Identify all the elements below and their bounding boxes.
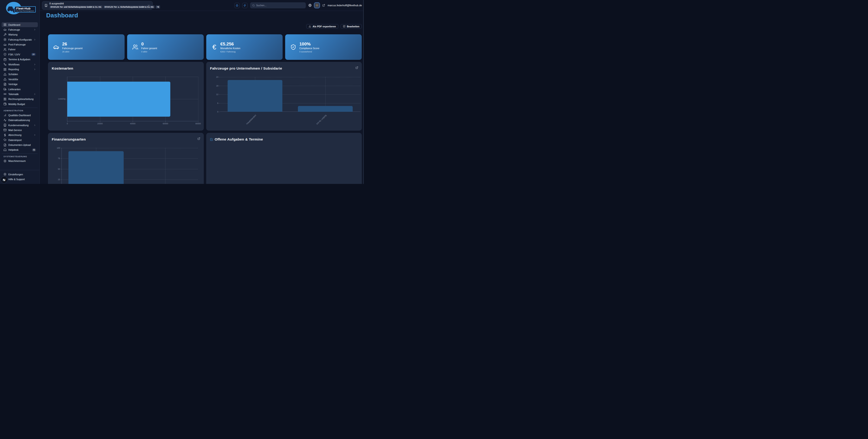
brand-name: Fleet-Hub xyxy=(16,7,34,10)
quick-actions-button[interactable] xyxy=(242,3,248,8)
search-input[interactable] xyxy=(256,4,304,7)
button-label: Als PDF exportieren xyxy=(313,25,336,28)
stats-row: 26Fahrzeuge gesamt26 aktiv0Fahrer gesamt… xyxy=(48,34,362,60)
als-pdf-exportieren-button[interactable]: Als PDF exportieren xyxy=(306,24,338,29)
sidebar-item-lieferanten[interactable]: Lieferanten xyxy=(2,87,38,92)
sidebar-item-vertr-ge[interactable]: Verträge xyxy=(2,82,38,87)
stat-sub: 26 aktiv xyxy=(62,51,83,53)
menu-divider xyxy=(2,107,38,108)
dollar-icon xyxy=(3,133,6,136)
fahrzeuge-pro-unternehmen-chart: 06121824HauptstandortKN NL Leipzig xyxy=(220,77,360,112)
theme-toggle-button[interactable] xyxy=(314,3,320,8)
sun-icon xyxy=(315,4,318,7)
external-link-icon xyxy=(355,66,358,69)
y-tick-label: 24 xyxy=(212,76,218,78)
menu-section-label-systemsteuerung: SYSTEMSTEUERUNG xyxy=(2,154,38,159)
sidebar-item-label: Maschinenraum xyxy=(8,160,36,162)
panel-kostenarten: Kostenarten 020000400006000080000Leasing xyxy=(48,62,204,131)
sidebar-item-fahrzeug-konfigurator[interactable]: Fahrzeug-Konfigurator xyxy=(2,37,38,42)
topbar: 8 ausgewählt EFAFLEX Tor- und Sicherheit… xyxy=(40,0,364,11)
bearbeiten-button[interactable]: Bearbeiten xyxy=(341,24,362,29)
bar-kn-nl-leipzig xyxy=(298,106,353,112)
sidebar-item-datenimport[interactable]: Datenimport xyxy=(2,137,38,143)
settings-icon xyxy=(3,160,6,163)
stat-card-compliance-score: 100%Compliance Score0 ausstehend xyxy=(285,34,362,60)
sidebar-item-abrechnung[interactable]: Abrechnung xyxy=(2,133,38,137)
sidebar-item-verst-e[interactable]: Verstöße xyxy=(2,77,38,82)
expand-button[interactable] xyxy=(197,137,200,140)
sidebar-item-label: Dokumenten-Upload xyxy=(8,144,36,146)
chevron-right-icon xyxy=(34,93,36,95)
sidebar-nav: DashboardFahrzeugeWartungFahrzeug-Konfig… xyxy=(0,21,39,170)
panel-title: Kostenarten xyxy=(52,66,73,70)
sidebar-item-fsk-uvv[interactable]: FSK / UVV77 xyxy=(2,52,38,57)
company-selector-body: 8 ausgewählt EFAFLEX Tor- und Sicherheit… xyxy=(50,2,146,8)
chevron-right-icon xyxy=(34,124,36,126)
sidebar-item-fahrer[interactable]: Fahrer xyxy=(2,47,38,52)
sidebar-item-workflows[interactable]: Workflows xyxy=(2,62,38,67)
menu-section-label-administration: ADMINISTRATION xyxy=(2,108,38,113)
sidebar-item-kundenverwaltung[interactable]: Kundenverwaltung xyxy=(2,123,38,128)
headset-icon xyxy=(3,149,6,151)
company-selector[interactable]: 8 ausgewählt EFAFLEX Tor- und Sicherheit… xyxy=(42,1,153,10)
bar-hauptstandort xyxy=(228,80,282,112)
sidebar-item-telematik[interactable]: Telematik xyxy=(2,92,38,96)
sidebar-item-rechnungsbearbeitung[interactable]: Rechnungsbearbeitung xyxy=(2,97,38,101)
shield-check-icon xyxy=(3,53,6,56)
y-tick-label: 100 xyxy=(54,147,60,149)
sidebar-item-label: Hilfe & Support xyxy=(8,178,36,181)
panel-fahrzeuge-pro-unternehmen: Fahrzeuge pro Unternehmen / Subsidarie 0… xyxy=(206,62,362,131)
sidebar-item-helpdesk[interactable]: Helpdesk5 xyxy=(2,148,38,152)
stat-label: Monatliche Kosten xyxy=(220,47,240,50)
sidebar-item-wartung[interactable]: Wartung xyxy=(2,32,38,37)
avatar-letter: N xyxy=(3,178,5,182)
cloud-upload-icon xyxy=(3,138,6,142)
page-title: Dashboard xyxy=(46,12,78,19)
file-text-icon xyxy=(3,83,6,86)
sidebar-item-label: Datenaktualisierung xyxy=(8,119,36,122)
assistant-button[interactable] xyxy=(234,3,240,8)
chevron-right-icon xyxy=(34,68,36,70)
search-box[interactable] xyxy=(250,2,306,8)
sidebar-item-fahrzeuge[interactable]: Fahrzeuge xyxy=(2,27,38,32)
sidebar-item-dokumenten-upload[interactable]: Dokumenten-Upload xyxy=(2,143,38,148)
sidebar-item-reporting[interactable]: Reporting xyxy=(2,67,38,72)
page-scrollbar[interactable] xyxy=(363,0,364,184)
sidebar-item-termine-aufgaben[interactable]: Termine & Aufgaben xyxy=(2,57,38,62)
sidebar-item-sch-den[interactable]: Schäden xyxy=(2,72,38,77)
sidebar-item-dashboard[interactable]: Dashboard xyxy=(2,22,38,27)
panel-title-text: Fahrzeuge pro Unternehmen / Subsidarie xyxy=(210,66,282,70)
external-link-button[interactable] xyxy=(322,4,325,7)
panel-title-text: Kostenarten xyxy=(52,66,73,70)
panel-title: Finanzierungsarten xyxy=(52,137,86,142)
chevron-right-icon xyxy=(34,63,36,66)
user-email[interactable]: marcus.federhoff@fleethub.de xyxy=(328,4,363,7)
stat-sub: 0 aktiv xyxy=(141,51,157,53)
avatar[interactable]: N xyxy=(1,177,7,183)
sidebar-item-label: Qualitäts-Dashboard xyxy=(8,114,36,117)
expand-button[interactable] xyxy=(355,66,358,69)
language-button[interactable] xyxy=(308,4,312,7)
stat-value: €5.256 xyxy=(220,41,240,46)
sidebar-badge: 5 xyxy=(32,149,36,151)
wrench-icon xyxy=(3,33,6,36)
sidebar-item-einstellungen[interactable]: Einstellungen xyxy=(2,172,38,177)
euro-icon: € xyxy=(211,43,218,51)
sidebar-item-mobility-budget[interactable]: Mobility Budget xyxy=(2,101,38,106)
sidebar-item-datenaktualisierung[interactable]: Datenaktualisierung xyxy=(2,118,38,123)
users-icon xyxy=(132,44,139,50)
car-icon xyxy=(3,43,6,46)
sidebar-item-mail-service[interactable]: Mail-Service xyxy=(2,128,38,132)
panel-title: Offene Aufgaben & Termine xyxy=(210,137,263,142)
sidebar-item-label: Abrechnung xyxy=(8,133,32,136)
sidebar-item-label: Fahrzeug-Konfigurator xyxy=(8,38,32,41)
stat-value: 100% xyxy=(299,41,319,46)
sidebar-item-pool-fahrzeuge[interactable]: Pool-Fahrzeuge xyxy=(2,42,38,47)
sidebar-item-qualit-ts-dashboard[interactable]: Qualitäts-Dashboard xyxy=(2,113,38,118)
alert-triangle-icon xyxy=(3,78,6,81)
wallet-icon xyxy=(3,102,6,105)
company-chips: EFAFLEX Tor- und Sicherheitssysteme GmbH… xyxy=(50,5,146,8)
sidebar-item-maschinenraum[interactable]: Maschinenraum xyxy=(2,159,38,163)
sidebar-item-label: Rechnungsbearbeitung xyxy=(8,98,36,100)
chevron-right-icon xyxy=(34,38,36,41)
